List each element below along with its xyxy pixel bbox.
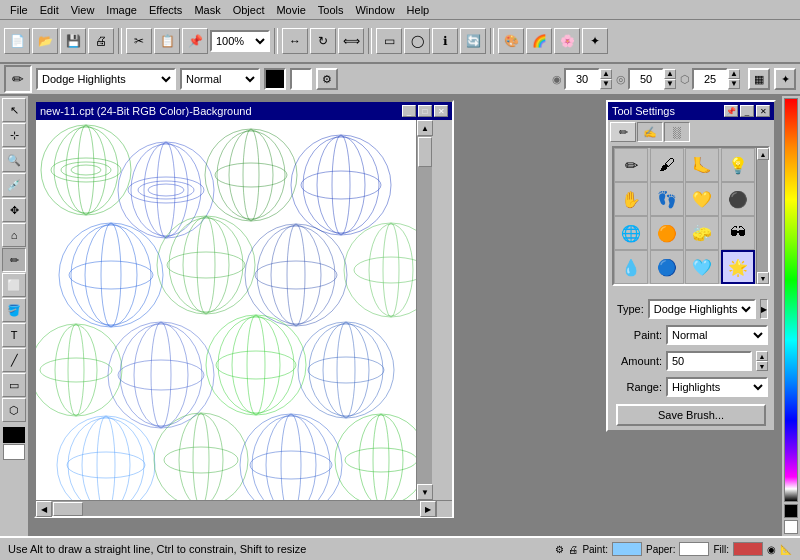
range-dropdown[interactable]: Highlights Midtones Shadows [666, 377, 768, 397]
foreground-color[interactable] [264, 68, 286, 90]
brush-drop[interactable]: 💧 [614, 250, 648, 284]
background-color[interactable] [290, 68, 312, 90]
menu-view[interactable]: View [65, 3, 101, 17]
extra-btn2[interactable]: ▦ [748, 68, 770, 90]
tool-eyedrop[interactable]: 💉 [2, 173, 26, 197]
extra-btn3[interactable]: ✦ [774, 68, 796, 90]
amount2-down[interactable]: ▼ [664, 79, 676, 89]
tool-rect[interactable]: ▭ [2, 373, 26, 397]
panel-close[interactable]: ✕ [756, 105, 770, 117]
paint-dropdown[interactable]: Normal [180, 68, 260, 90]
tab-texture[interactable]: ░ [664, 122, 690, 142]
tool-arrow[interactable]: ↖ [2, 98, 26, 122]
canvas-minimize[interactable]: _ [402, 105, 416, 117]
open-btn[interactable]: 📂 [32, 28, 58, 54]
amount3-up[interactable]: ▲ [728, 69, 740, 79]
hscroll-thumb[interactable] [53, 502, 83, 516]
save-btn[interactable]: 💾 [60, 28, 86, 54]
menu-tools[interactable]: Tools [312, 3, 350, 17]
brush-orange-globe[interactable]: 🟠 [650, 216, 684, 250]
tool-erase[interactable]: ⬜ [2, 273, 26, 297]
brush-lamp[interactable]: 💡 [721, 148, 755, 182]
print-btn[interactable]: 🖨 [88, 28, 114, 54]
menu-file[interactable]: File [4, 3, 34, 17]
amount1-value[interactable]: 30 [564, 68, 600, 90]
amount3-value[interactable]: 25 [692, 68, 728, 90]
transform-btn[interactable]: ↔ [282, 28, 308, 54]
brush-selected[interactable]: 🌟 [721, 250, 755, 284]
brush-globe[interactable]: 🌐 [614, 216, 648, 250]
copy-btn[interactable]: 📋 [154, 28, 180, 54]
cut-btn[interactable]: ✂ [126, 28, 152, 54]
brush-cyan-drop[interactable]: 🩵 [685, 250, 719, 284]
brush-blue-sphere[interactable]: 🔵 [650, 250, 684, 284]
rotate-btn[interactable]: ↻ [310, 28, 336, 54]
refresh-btn[interactable]: 🔄 [460, 28, 486, 54]
amount1-down[interactable]: ▼ [600, 79, 612, 89]
menu-edit[interactable]: Edit [34, 3, 65, 17]
brush-scroll-down[interactable]: ▼ [757, 272, 769, 284]
flower-btn[interactable]: 🌸 [554, 28, 580, 54]
brush-scroll-up[interactable]: ▲ [757, 148, 769, 160]
tool-lasso[interactable]: ⌂ [2, 223, 26, 247]
tab-paint[interactable]: ✏ [610, 122, 636, 142]
menu-help[interactable]: Help [401, 3, 436, 17]
color-white-swatch[interactable] [784, 520, 798, 534]
panel-pin[interactable]: 📌 [724, 105, 738, 117]
select-btn[interactable]: ▭ [376, 28, 402, 54]
type-expand[interactable]: ▶ [760, 299, 768, 319]
vscroll-down[interactable]: ▼ [417, 484, 433, 500]
menu-mask[interactable]: Mask [188, 3, 226, 17]
tool-type-dropdown[interactable]: Dodge Highlights [36, 68, 176, 90]
paint-setting-dropdown[interactable]: Normal [666, 325, 768, 345]
menu-image[interactable]: Image [100, 3, 143, 17]
tool-crop[interactable]: ⊹ [2, 123, 26, 147]
color1-btn[interactable]: 🎨 [498, 28, 524, 54]
amount-down[interactable]: ▼ [756, 361, 768, 371]
amount-field[interactable]: 50 [666, 351, 752, 371]
vscroll-up[interactable]: ▲ [417, 120, 433, 136]
vscroll-track[interactable] [417, 136, 432, 484]
brush-brush[interactable]: 🖌 [650, 148, 684, 182]
bg-color-swatch[interactable] [3, 444, 25, 460]
circle-btn[interactable]: ◯ [404, 28, 430, 54]
type-dropdown[interactable]: Dodge Highlights [648, 299, 756, 319]
brush-sphere[interactable]: ⚫ [721, 182, 755, 216]
brush-pencil[interactable]: ✏ [614, 148, 648, 182]
menu-object[interactable]: Object [227, 3, 271, 17]
hscroll-left[interactable]: ◀ [36, 501, 52, 517]
amount3-down[interactable]: ▼ [728, 79, 740, 89]
tool-zoom[interactable]: 🔍 [2, 148, 26, 172]
color-gradient-strip[interactable] [784, 98, 798, 502]
hscroll-right[interactable]: ▶ [420, 501, 436, 517]
color-options-btn[interactable]: ⚙ [316, 68, 338, 90]
brush-hand[interactable]: ✋ [614, 182, 648, 216]
tool-fill[interactable]: 🪣 [2, 298, 26, 322]
menu-movie[interactable]: Movie [270, 3, 311, 17]
amount2-value[interactable]: 50 [628, 68, 664, 90]
color2-btn[interactable]: 🌈 [526, 28, 552, 54]
menu-effects[interactable]: Effects [143, 3, 188, 17]
canvas-close[interactable]: ✕ [434, 105, 448, 117]
tool-misc[interactable]: ⬡ [2, 398, 26, 422]
paste-btn[interactable]: 📌 [182, 28, 208, 54]
brush-scroll-track[interactable] [757, 160, 768, 272]
tool-move[interactable]: ✥ [2, 198, 26, 222]
save-brush-button[interactable]: Save Brush... [616, 404, 766, 426]
tool-line[interactable]: ╱ [2, 348, 26, 372]
brush-foot2[interactable]: 👣 [650, 182, 684, 216]
flip-btn[interactable]: ⟺ [338, 28, 364, 54]
tab-gradient[interactable]: ✍ [637, 122, 663, 142]
tool-paint[interactable]: ✏ [2, 248, 26, 272]
amount2-up[interactable]: ▲ [664, 69, 676, 79]
new-btn[interactable]: 📄 [4, 28, 30, 54]
color-black-swatch[interactable] [784, 504, 798, 518]
brush-bulb[interactable]: 💛 [685, 182, 719, 216]
brush-glasses[interactable]: 🕶 [721, 216, 755, 250]
menu-window[interactable]: Window [349, 3, 400, 17]
brush-foot[interactable]: 🦶 [685, 148, 719, 182]
extra-btn[interactable]: ✦ [582, 28, 608, 54]
amount1-up[interactable]: ▲ [600, 69, 612, 79]
panel-minimize[interactable]: _ [740, 105, 754, 117]
info-btn[interactable]: ℹ [432, 28, 458, 54]
